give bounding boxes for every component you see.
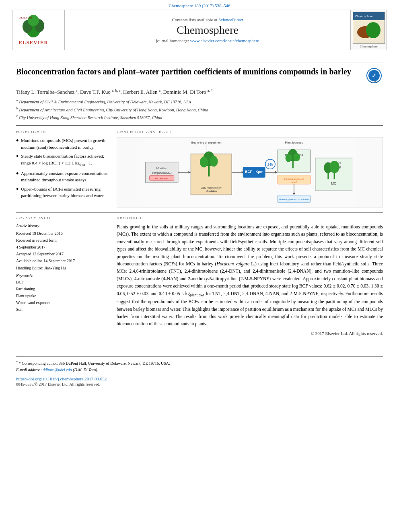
- highlights-list: Munitions compounds (MCs) present in gro…: [16, 137, 109, 199]
- svg-text:Monitor [species] in solution: Monitor [species] in solution: [279, 198, 309, 201]
- svg-point-59: [329, 161, 339, 173]
- svg-text:Daily replenishment: Daily replenishment: [201, 186, 222, 189]
- footer-issn: 0045-6535/© 2017 Elsevier Ltd. All right…: [16, 382, 383, 386]
- homepage-url[interactable]: www.elsevier.com/locate/chemosphere: [190, 38, 259, 43]
- keyword-4: Water–sand exposure: [16, 299, 109, 306]
- journal-name: Chemosphere: [177, 24, 239, 37]
- affil-b: b Department of Architecture and Civil E…: [16, 106, 383, 113]
- svg-text:ELSEVIER: ELSEVIER: [19, 16, 32, 19]
- highlight-item-1: Munitions compounds (MCs) present in gro…: [16, 137, 109, 150]
- keyword-1: BCF: [16, 279, 109, 286]
- abstract-text: Plants growing in the soils at military …: [117, 223, 383, 328]
- affiliations: a Department of Civil & Environmental En…: [16, 98, 383, 121]
- keyword-3: Plant uptake: [16, 292, 109, 299]
- svg-point-10: [366, 22, 380, 38]
- svg-text:Chemosphere: Chemosphere: [355, 15, 373, 18]
- journal-thumbnail: Chemosphere Chemosphere: [353, 12, 385, 48]
- available-date: Available online 14 September 2017: [16, 257, 109, 264]
- journal-header: ELSEVIER ELSEVIER Contents lists availab…: [12, 10, 387, 50]
- highlight-item-4: Upper–bounds of BCFs estimated measuring…: [16, 186, 109, 199]
- received-revised-date: 4 September 2017: [16, 244, 109, 251]
- graphical-abstract-header: GRAPHICAL ABSTRACT: [117, 130, 383, 134]
- svg-point-29: [210, 156, 218, 166]
- accepted-date: Accepted 12 September 2017: [16, 251, 109, 257]
- affil-c: c City University of Hong Kong Shenzhen …: [16, 113, 383, 121]
- article-info-column: ARTICLE INFO Article history: Received 1…: [16, 216, 109, 336]
- elsevier-tree-icon: ELSEVIER: [17, 14, 49, 39]
- svg-text:Constant exposure: Constant exposure: [284, 177, 304, 180]
- svg-text:Munition: Munition: [156, 167, 167, 170]
- svg-text:compound(MC): compound(MC): [152, 171, 172, 175]
- keyword-5: Soil: [16, 306, 109, 313]
- abstract-copyright: © 2017 Elsevier Ltd. All rights reserved…: [117, 331, 383, 336]
- svg-text:of solution: of solution: [206, 189, 217, 192]
- journal-cover-svg: Chemosphere: [353, 12, 385, 44]
- svg-point-45: [294, 153, 300, 161]
- svg-text:MC: MC: [331, 182, 336, 185]
- main-content: Bioconcentration factors and plant–water…: [0, 50, 399, 344]
- abstract-column: ABSTRACT Plants growing in the soils at …: [117, 216, 383, 336]
- article-title: Bioconcentration factors and plant–water…: [16, 66, 365, 77]
- highlights-graphical-section: HIGHLIGHTS Munitions compounds (MCs) pre…: [16, 130, 383, 207]
- corresponding-address: 356 DuPont Hall, University of Delaware,…: [59, 361, 170, 366]
- svg-text:Beginning of experiment: Beginning of experiment: [191, 141, 222, 144]
- article-title-section: Bioconcentration factors and plant–water…: [16, 66, 383, 84]
- graphical-abstract-image: Munition compound(MC) MC solution SAND: [117, 137, 383, 207]
- highlight-item-2: Steady state bioconcentration factors ac…: [16, 153, 109, 167]
- corresponding-author: * * Corresponding author. 356 DuPont Hal…: [16, 360, 383, 373]
- received-revised-label: Received in revised form: [16, 237, 109, 244]
- svg-text:CrossMark: CrossMark: [370, 81, 378, 83]
- email-person: (D.M. Di Toro).: [73, 368, 98, 372]
- graphical-abstract-column: GRAPHICAL ABSTRACT Munition compound(MC)…: [117, 130, 383, 207]
- info-abstract-section: ARTICLE INFO Article history: Received 1…: [16, 216, 383, 336]
- elsevier-logo-area: ELSEVIER ELSEVIER: [12, 10, 65, 50]
- thumbnail-label: Chemosphere: [353, 45, 385, 48]
- email-link[interactable]: dditoro@udel.edu: [43, 368, 72, 372]
- keyword-2: Partitioning: [16, 286, 109, 292]
- journal-thumbnail-area: Chemosphere Chemosphere: [350, 10, 387, 50]
- elsevier-label: ELSEVIER: [19, 39, 48, 46]
- journal-center: Contents lists available at ScienceDirec…: [65, 10, 350, 50]
- svg-text:✓: ✓: [372, 72, 376, 79]
- highlights-column: HIGHLIGHTS Munitions compounds (MCs) pre…: [16, 130, 109, 207]
- svg-text:MC solution: MC solution: [155, 177, 168, 180]
- graphical-abstract-svg: Munition compound(MC) MC solution SAND: [117, 138, 383, 207]
- abstract-header: ABSTRACT: [117, 216, 383, 220]
- article-history-title: Article history:: [16, 222, 109, 229]
- keywords-title: Keywords:: [16, 273, 109, 278]
- sciencedirect-line: Contents lists available at ScienceDirec…: [172, 17, 243, 22]
- article-info-header: ARTICLE INFO: [16, 216, 109, 220]
- journal-reference: Chemosphere 189 (2017) 538–546: [0, 0, 399, 10]
- svg-point-44: [286, 154, 292, 162]
- title-top-divider: [16, 62, 383, 62]
- article-history: Article history: Received 19 December 20…: [16, 222, 109, 264]
- highlights-header: HIGHLIGHTS: [16, 130, 109, 134]
- svg-point-28: [200, 157, 208, 167]
- contents-text: Contents lists available at: [172, 17, 217, 22]
- handling-editor: Handling Editor: Jian-Ying Hu: [16, 266, 109, 270]
- crossmark-icon: ✓ CrossMark: [366, 68, 382, 84]
- svg-text:24h: 24h: [267, 163, 273, 166]
- section-divider-2: [16, 212, 383, 213]
- email-label: E-mail address:: [16, 368, 42, 372]
- sciencedirect-link[interactable]: ScienceDirect: [218, 17, 243, 22]
- crossmark-badge[interactable]: ✓ CrossMark: [365, 66, 383, 84]
- svg-text:to MC: to MC: [291, 181, 298, 183]
- elsevier-logo: ELSEVIER ELSEVIER: [17, 14, 49, 46]
- homepage-label: journal homepage:: [156, 38, 189, 43]
- svg-text:BCF = Kpw: BCF = Kpw: [245, 170, 263, 174]
- doi-url[interactable]: https://doi.org/10.1016/j.chemosphere.20…: [16, 376, 107, 381]
- journal-ref-text: Chemosphere 189 (2017) 538–546: [169, 3, 230, 8]
- doi-link[interactable]: https://doi.org/10.1016/j.chemosphere.20…: [16, 376, 383, 381]
- keywords-section: Keywords: BCF Partitioning Plant uptake …: [16, 273, 109, 313]
- footer-divider: [16, 356, 383, 357]
- highlight-item-3: Approximately constant exposure concentr…: [16, 170, 109, 183]
- content-divider: [16, 125, 383, 126]
- authors-line: Tifany L. Torralba–Sanchez a, Dave T.F. …: [16, 88, 383, 95]
- svg-text:Plant biomass: Plant biomass: [285, 141, 303, 144]
- footer-email-label: E-mail address: dditoro@udel.edu (D.M. D…: [16, 368, 98, 372]
- footer: * * Corresponding author. 356 DuPont Hal…: [0, 352, 399, 394]
- affil-a: a Department of Civil & Environmental En…: [16, 98, 383, 105]
- page: Chemosphere 189 (2017) 538–546 ELSEVIER …: [0, 0, 399, 532]
- received-date: Received 19 December 2016: [16, 230, 109, 237]
